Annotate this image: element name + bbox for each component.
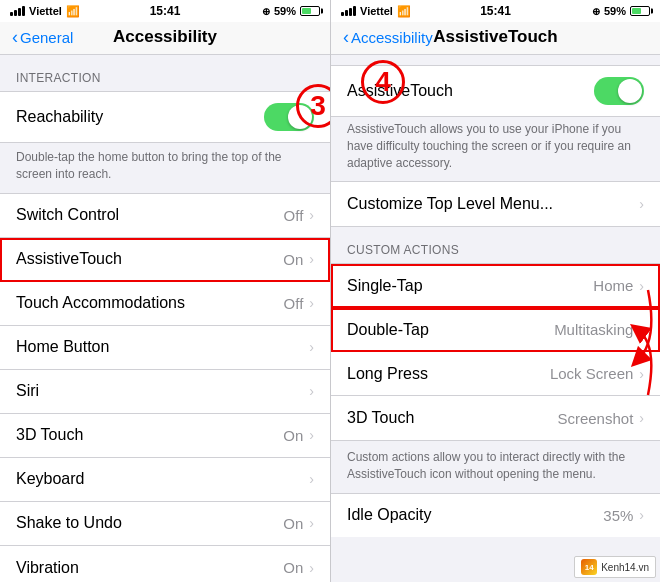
- touch-accommodations-item[interactable]: Touch Accommodations Off ›: [0, 282, 330, 326]
- shake-undo-item[interactable]: Shake to Undo On ›: [0, 502, 330, 546]
- battery-label: 59%: [274, 5, 296, 17]
- customize-group: Customize Top Level Menu... ›: [331, 181, 660, 227]
- chevron-icon: ›: [309, 515, 314, 531]
- watermark-logo: 14: [581, 559, 597, 575]
- shake-undo-label: Shake to Undo: [16, 514, 122, 532]
- assistivetouch-right: On ›: [283, 251, 314, 268]
- watermark-text: Kenh14.vn: [601, 562, 649, 573]
- assistivetouch-value-left: On: [283, 251, 303, 268]
- idle-opacity-right: 35% ›: [603, 507, 644, 524]
- 3d-touch-value: Screenshot: [557, 410, 633, 427]
- touch-accommodations-right: Off ›: [284, 295, 314, 312]
- status-time-left: 15:41: [150, 4, 181, 18]
- chevron-icon: ›: [309, 251, 314, 267]
- shake-undo-right: On ›: [283, 515, 314, 532]
- chevron-icon: ›: [309, 560, 314, 576]
- custom-actions-header: CUSTOM ACTIONS: [331, 227, 660, 263]
- keyboard-item[interactable]: Keyboard ›: [0, 458, 330, 502]
- chevron-icon: ›: [639, 507, 644, 523]
- assistivetouch-item[interactable]: AssistiveTouch On ›: [0, 238, 330, 282]
- 3d-touch-value-left: On: [283, 427, 303, 444]
- customize-menu-right: ›: [639, 196, 644, 212]
- wifi-icon-right: 📶: [397, 5, 411, 18]
- chevron-icon: ›: [309, 383, 314, 399]
- chevron-icon: ›: [309, 427, 314, 443]
- home-button-item[interactable]: Home Button ›: [0, 326, 330, 370]
- signal-icon-right: [341, 6, 356, 16]
- watermark: 14 Kenh14.vn: [574, 556, 656, 578]
- double-tap-right: Multitasking ›: [554, 321, 644, 338]
- back-button-right[interactable]: ‹ Accessibility: [343, 28, 433, 46]
- status-bar-left: Viettel 📶 15:41 ⊕ 59%: [0, 0, 330, 22]
- vibration-item[interactable]: Vibration On ›: [0, 546, 330, 582]
- reachability-toggle[interactable]: [264, 103, 314, 131]
- assistivetouch-label-left: AssistiveTouch: [16, 250, 122, 268]
- battery-icon-left: [300, 6, 320, 16]
- customize-menu-item[interactable]: Customize Top Level Menu... ›: [331, 182, 660, 226]
- chevron-icon: ›: [309, 295, 314, 311]
- chevron-icon: ›: [639, 366, 644, 382]
- left-main-content: INTERACTION Reachability 3 Double-tap th…: [0, 55, 330, 582]
- at-main-label: AssistiveTouch: [347, 82, 453, 100]
- single-tap-label: Single-Tap: [347, 277, 423, 295]
- chevron-icon: ›: [309, 207, 314, 223]
- status-left: Viettel 📶: [10, 5, 80, 18]
- signal-icon: [10, 6, 25, 16]
- long-press-right: Lock Screen ›: [550, 365, 644, 382]
- accessibility-list: Switch Control Off › AssistiveTouch On ›…: [0, 193, 330, 582]
- back-button-left[interactable]: ‹ General: [12, 28, 73, 46]
- gps-icon-right: ⊕: [592, 6, 600, 17]
- reachability-desc: Double-tap the home button to bring the …: [0, 143, 330, 193]
- back-label-right: Accessibility: [351, 29, 433, 46]
- at-toggle[interactable]: [594, 77, 644, 105]
- wifi-icon: 📶: [66, 5, 80, 18]
- keyboard-label: Keyboard: [16, 470, 85, 488]
- battery-label-right: 59%: [604, 5, 626, 17]
- status-right-left: ⊕ 59%: [262, 5, 320, 17]
- reachability-item[interactable]: Reachability 3: [0, 92, 330, 142]
- switch-control-right: Off ›: [284, 207, 314, 224]
- customize-menu-label: Customize Top Level Menu...: [347, 195, 553, 213]
- single-tap-item[interactable]: Single-Tap Home ›: [331, 264, 660, 308]
- chevron-icon: ›: [639, 322, 644, 338]
- idle-opacity-label: Idle Opacity: [347, 506, 431, 524]
- long-press-value: Lock Screen: [550, 365, 633, 382]
- siri-item[interactable]: Siri ›: [0, 370, 330, 414]
- right-main-content: AssistiveTouch 4 AssistiveTouch allows y…: [331, 55, 660, 582]
- idle-opacity-value: 35%: [603, 507, 633, 524]
- 3d-touch-label-left: 3D Touch: [16, 426, 83, 444]
- status-right-right: ⊕ 59%: [592, 5, 650, 17]
- siri-label: Siri: [16, 382, 39, 400]
- nav-bar-right: ‹ Accessibility AssistiveTouch: [331, 22, 660, 55]
- vibration-value: On: [283, 559, 303, 576]
- siri-right: ›: [309, 383, 314, 399]
- nav-bar-left: ‹ General Accessibility: [0, 22, 330, 55]
- section-header-interaction: INTERACTION: [0, 55, 330, 91]
- 3d-touch-item-left[interactable]: 3D Touch On ›: [0, 414, 330, 458]
- 3d-touch-right-left: On ›: [283, 427, 314, 444]
- idle-opacity-item[interactable]: Idle Opacity 35% ›: [331, 493, 660, 537]
- page-title-right: AssistiveTouch: [433, 27, 557, 47]
- back-arrow-icon: ‹: [12, 28, 18, 46]
- double-tap-item[interactable]: Double-Tap Multitasking ›: [331, 308, 660, 352]
- touch-accommodations-value: Off: [284, 295, 304, 312]
- home-button-right: ›: [309, 339, 314, 355]
- reachability-right: 3: [264, 103, 314, 131]
- page-title-left: Accessibility: [113, 27, 217, 47]
- 3d-touch-item-right[interactable]: 3D Touch Screenshot ›: [331, 396, 660, 440]
- single-tap-right: Home ›: [593, 277, 644, 294]
- shake-undo-value: On: [283, 515, 303, 532]
- at-toggle-item[interactable]: AssistiveTouch 4: [331, 66, 660, 116]
- chevron-icon: ›: [639, 410, 644, 426]
- carrier-label: Viettel: [29, 5, 62, 17]
- chevron-icon: ›: [309, 339, 314, 355]
- long-press-item[interactable]: Long Press Lock Screen ›: [331, 352, 660, 396]
- custom-actions-note: Custom actions allow you to interact dir…: [331, 441, 660, 493]
- switch-control-value: Off: [284, 207, 304, 224]
- at-description: AssistiveTouch allows you to use your iP…: [331, 117, 660, 181]
- long-press-label: Long Press: [347, 365, 428, 383]
- toggle-knob: [288, 105, 312, 129]
- switch-control-label: Switch Control: [16, 206, 119, 224]
- chevron-icon: ›: [639, 278, 644, 294]
- switch-control-item[interactable]: Switch Control Off ›: [0, 194, 330, 238]
